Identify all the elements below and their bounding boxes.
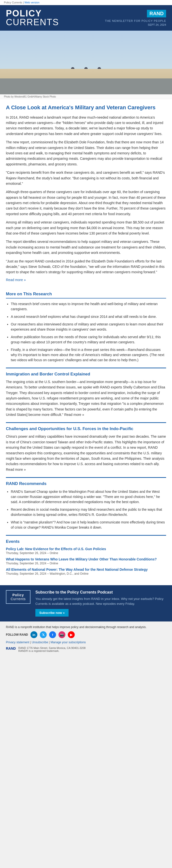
logo-currents: CURRENTS [6,18,59,27]
challenges-section: Challenges and Opportunities for U.S. Fo… [6,422,166,472]
newsletter-tagline: THE NEWSLETTER FOR POLICY PEOPLE [105,19,166,22]
list-item: Finally, in a short Instagram video—the … [11,347,166,363]
podcast-logo-policy: Policy [9,593,27,597]
events-section: Events Policy Lab: New Evidence for the … [6,535,166,576]
more-research-section: More on This Research This research brie… [6,291,166,363]
manage-subscriptions-link[interactable]: Manage your subscriptions [51,641,86,644]
top-bar-title: Policy Currents [4,1,22,4]
challenges-body: China's power and military capabilities … [6,434,166,472]
article-para-7: "Just as the report RAND conducted in 20… [6,258,166,275]
article-para-2: The new report, commissioned by the Eliz… [6,140,166,167]
footer-address-text: RAND 1776 Main Street, Santa Monica, CA … [18,647,85,652]
podcast-block: Policy Currents Subscribe to the Policy … [0,585,172,621]
list-item: This research brief covers nine ways to … [11,302,166,312]
header: POLICY CURRENTS RAND THE NEWSLETTER FOR … [0,5,172,31]
list-item: Another publication focuses on the needs… [11,335,166,345]
header-logo: POLICY CURRENTS [6,9,59,27]
article-para-3: "Care recipients benefit from the work t… [6,170,166,186]
main-article: A Close Look at America's Military and V… [6,104,166,287]
youtube-icon[interactable]: ▶ [68,631,75,638]
list-item: A second research brief explores what ha… [11,314,166,319]
podcast-logo: Policy Currents [6,590,30,604]
newsletter-date: SEPT 24, 2024 [148,23,166,26]
article-para-1: In 2014, RAND released a landmark report… [6,115,166,137]
podcast-logo-currents: Currents [9,597,27,601]
immigration-section: Immigration and Border Control Explained… [6,368,166,417]
challenges-title: Challenges and Opportunities for U.S. Fo… [6,426,166,431]
trademark-line: RAND® is a registered trademark. [18,649,85,652]
event-item-2: What Happens to Veterans Who Leave the M… [6,557,166,565]
immigration-title: Immigration and Border Control Explained [6,372,166,377]
events-title: Events [6,539,166,544]
article-para-6: The report identifies several recommenda… [6,239,166,255]
event-date-1: Thursday, September 26, 2024 – Online [6,551,166,555]
privacy-link[interactable]: Privacy statement [6,641,29,644]
article-title: A Close Look at America's Military and V… [6,104,166,111]
podcast-title: Subscribe to the Policy Currents Podcast [35,590,166,594]
event-name-1[interactable]: Policy Lab: New Evidence for the Effects… [6,547,106,551]
podcast-right: Subscribe to the Policy Currents Podcast… [35,590,166,617]
subscribe-button[interactable]: Subscribe now » [35,609,69,617]
immigration-body: The ongoing crisis at the U.S. southern … [6,379,166,417]
hero-road [0,79,172,94]
article-body: In 2014, RAND released a landmark report… [6,115,166,275]
footer-rand-logo: RAND [6,647,16,650]
top-bar: Policy Currents | Web version [0,0,172,5]
logo-policy: POLICY [6,9,59,18]
web-version-link[interactable]: Web version [25,1,40,4]
event-item-1: Policy Lab: New Evidence for the Effects… [6,547,166,555]
podcast-description: You already get the latest insights from… [35,596,166,606]
footer-links: Privacy statement | Unsubscribe | Manage… [6,641,166,644]
recommend-item: What is "narrative pluralism"? And how c… [11,520,166,530]
podcast-logo-box: Policy Currents [6,590,30,604]
footer: RAND is a nonprofit institution that hel… [0,621,172,656]
article-para-5: Among all military and veteran caregiver… [6,220,166,236]
article-para-4: Although three-quarters of these caregiv… [6,189,166,217]
event-name-2[interactable]: What Happens to Veterans Who Leave the M… [6,557,157,561]
footer-social: FOLLOW RAND in 𝕏 f 📷 ▶ [6,631,166,638]
rand-recommends-list: RAND's Samuel Charap spoke to the Washin… [6,489,166,530]
list-item: Our researchers also interviewed dozens … [11,322,166,332]
rand-recommends-title: RAND Recommends [6,481,166,486]
unsubscribe-link[interactable]: Unsubscribe [32,641,48,644]
email-wrapper: Policy Currents | Web version POLICY CUR… [0,0,172,656]
footer-address: RAND RAND 1776 Main Street, Santa Monica… [6,647,166,652]
address-line: RAND 1776 Main Street, Santa Monica, CA … [18,647,85,649]
more-research-list: This research brief covers nine ways to … [6,302,166,363]
footer-rand-description: RAND is a nonprofit institution that hel… [6,625,166,629]
main-content: A Close Look at America's Military and V… [0,99,172,585]
hero-sky [0,31,172,69]
linkedin-icon[interactable]: in [30,631,38,638]
event-date-2: Thursday, September 26, 2024 – Online [6,562,166,565]
follow-rand-label: FOLLOW RAND [6,633,28,637]
hero-caption: Photo by Westend61 GmbH/Alamy Stock Phot… [0,94,172,99]
event-date-3: Thursday, September 26, 2024 – Washingto… [6,572,166,576]
event-name-3[interactable]: All Elements of National Power: The Way … [6,567,148,571]
facebook-icon[interactable]: f [49,631,56,638]
article-read-more[interactable]: Read more » [6,278,26,282]
event-item-3: All Elements of National Power: The Way … [6,567,166,576]
instagram-icon[interactable]: 📷 [58,631,65,638]
recommend-item: RAND's Samuel Charap spoke to the Washin… [11,489,166,504]
rand-recommends-section: RAND Recommends RAND's Samuel Charap spo… [6,477,166,530]
more-research-title: More on This Research [6,291,166,299]
twitter-icon[interactable]: 𝕏 [40,631,47,638]
header-right: RAND THE NEWSLETTER FOR POLICY PEOPLE SE… [105,10,166,26]
recommend-item: Recent declines in social media transpar… [11,507,166,517]
rand-badge: RAND [147,10,166,18]
hero-image [0,31,172,94]
